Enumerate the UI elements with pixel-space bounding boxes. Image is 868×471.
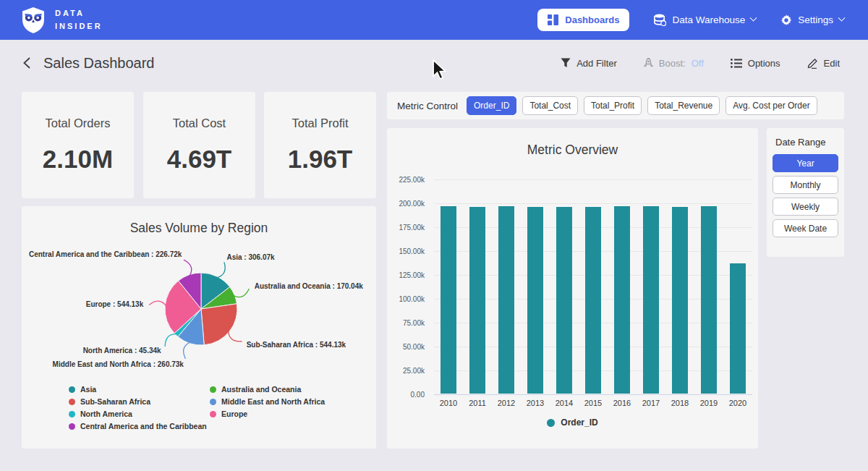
bar-2016[interactable] (614, 206, 630, 394)
metric-overview-card: Metric Overview 0.0025.00k50.00k75.00k10… (387, 128, 758, 449)
edit-button[interactable]: Edit (803, 57, 844, 69)
date-range-buttons: YearMonthlyWeeklyWeek Date (773, 154, 838, 237)
legend-dot (69, 386, 75, 393)
legend-item-asia: Asia (69, 385, 210, 394)
legend-dot (210, 411, 216, 417)
chevron-down-icon (838, 14, 846, 22)
pie-label-australia-and-oceania: Australia and Oceania : 170.04k (255, 282, 364, 290)
kpi-card-total-profit: Total Profit 1.96T (264, 92, 376, 198)
legend-label: Middle East and North Africa (221, 397, 325, 406)
bar-plot (434, 179, 752, 394)
legend-label: Sub-Saharan Africa (80, 397, 150, 406)
bar-2018[interactable] (672, 207, 688, 394)
pie-label-central-america-and-the-caribbean: Central America and the Caribbean : 226.… (29, 250, 182, 258)
legend-dot (210, 399, 216, 405)
settings-label: Settings (798, 14, 833, 25)
y-tick-label: 125.00k (399, 271, 425, 279)
y-tick-label: 50.00k (403, 343, 425, 351)
pie-label-sub-saharan-africa: Sub-Saharan Africa : 544.13k (247, 341, 346, 349)
list-icon (731, 59, 742, 68)
kpi-value: 2.10M (43, 145, 113, 174)
pie-leader-line (184, 260, 192, 276)
bar-legend: Order_ID (387, 417, 758, 428)
back-button[interactable] (19, 54, 35, 72)
bar-2014[interactable] (556, 207, 572, 394)
x-tick-label: 2018 (665, 399, 694, 407)
legend-item-australia-and-oceania: Australia and Oceania (210, 385, 376, 394)
pie-chart-svg: Asia : 306.07kAustralia and Oceania : 17… (22, 236, 376, 381)
x-tick-label: 2020 (723, 399, 752, 407)
date-range-card: Date Range YearMonthlyWeeklyWeek Date (767, 128, 844, 257)
x-tick-label: 2015 (579, 399, 608, 407)
bar-2010[interactable] (441, 206, 456, 394)
legend-item-sub-saharan-africa: Sub-Saharan Africa (69, 397, 210, 406)
page-title: Sales Dashboard (43, 55, 154, 72)
metric-option-avg-cost-per-order[interactable]: Avg. Cost per Order (726, 96, 817, 115)
date-range-label: Date Range (775, 137, 838, 148)
bar-2017[interactable] (643, 206, 659, 394)
bar-2013[interactable] (527, 207, 543, 394)
legend-item-europe: Europe (210, 410, 376, 418)
date-option-year[interactable]: Year (773, 154, 838, 172)
pie-label-asia: Asia : 306.07k (226, 253, 275, 261)
metric-option-order-id[interactable]: Order_ID (467, 96, 516, 115)
date-option-week-date[interactable]: Week Date (773, 219, 838, 237)
options-button[interactable]: Options (726, 57, 785, 69)
y-tick-label: 100.00k (399, 295, 425, 303)
boost-toggle[interactable]: Boost: Off (639, 57, 708, 69)
page-header: Sales Dashboard Add Filter Boost: Off (0, 40, 868, 86)
bar-2015[interactable] (585, 207, 601, 394)
pie-leader-line (216, 262, 225, 278)
database-icon (654, 14, 666, 26)
kpi-label: Total Profit (292, 116, 349, 130)
data-warehouse-menu[interactable]: Data Warehouse (654, 14, 756, 26)
legend-item-middle-east-and-north-africa: Middle East and North Africa (210, 397, 376, 406)
pie-label-north-america: North America : 45.34k (83, 347, 161, 355)
metric-control-buttons: Order_IDTotal_CostTotal_ProfitTotal_Reve… (467, 96, 823, 115)
pie-legend: AsiaAustralia and OceaniaSub-Saharan Afr… (69, 385, 376, 430)
x-tick-label: 2019 (694, 399, 723, 407)
legend-dot (69, 423, 75, 430)
pie-leader-line (229, 331, 242, 341)
legend-label: North America (80, 410, 132, 418)
kpi-value: 4.69T (167, 145, 232, 174)
logo-text: DATA INSIDER (55, 7, 103, 32)
bar-chart-title: Metric Overview (387, 143, 758, 158)
bar-y-axis: 0.0025.00k50.00k75.00k100.00k125.00k150.… (387, 179, 429, 394)
metric-option-total-cost[interactable]: Total_Cost (522, 96, 578, 115)
settings-menu[interactable]: Settings (780, 14, 844, 26)
chevron-left-icon (22, 56, 32, 69)
x-tick-label: 2014 (550, 399, 579, 407)
dashboard-icon (548, 14, 558, 25)
legend-item-central-america-and-the-caribbean: Central America and the Caribbean (69, 422, 210, 430)
metric-option-total-revenue[interactable]: Total_Revenue (647, 96, 720, 115)
pie-label-europe: Europe : 544.13k (86, 300, 144, 308)
y-tick-label: 75.00k (403, 319, 425, 327)
sales-volume-card: Sales Volume by Region Asia : 306.07kAus… (22, 206, 376, 449)
legend-dot (547, 419, 555, 427)
bar-2012[interactable] (498, 206, 514, 394)
dashboards-button[interactable]: Dashboards (537, 9, 629, 31)
add-filter-button[interactable]: Add Filter (556, 57, 621, 69)
legend-item-north-america: North America (69, 410, 210, 418)
legend-dot (210, 386, 216, 393)
date-option-weekly[interactable]: Weekly (773, 198, 838, 216)
metric-control-label: Metric Control (397, 101, 458, 111)
kpi-value: 1.96T (288, 145, 353, 174)
bar-2020[interactable] (730, 263, 746, 394)
bar-x-axis: 2010201120122013201420152016201720182019… (434, 399, 752, 407)
legend-label: Asia (80, 385, 96, 394)
kpi-card-total-cost: Total Cost 4.69T (143, 92, 255, 198)
y-tick-label: 150.00k (399, 247, 425, 255)
y-tick-label: 225.00k (399, 176, 425, 184)
x-tick-label: 2012 (492, 399, 521, 407)
header-actions: Add Filter Boost: Off Options (556, 57, 844, 69)
metric-option-total-profit[interactable]: Total_Profit (584, 96, 642, 115)
pie-leader-line (184, 342, 191, 359)
gridline (434, 394, 752, 395)
bar-2019[interactable] (701, 206, 717, 394)
y-tick-label: 200.00k (399, 200, 425, 208)
date-option-monthly[interactable]: Monthly (773, 176, 838, 194)
bar-2011[interactable] (469, 207, 485, 394)
data-warehouse-label: Data Warehouse (672, 14, 745, 25)
